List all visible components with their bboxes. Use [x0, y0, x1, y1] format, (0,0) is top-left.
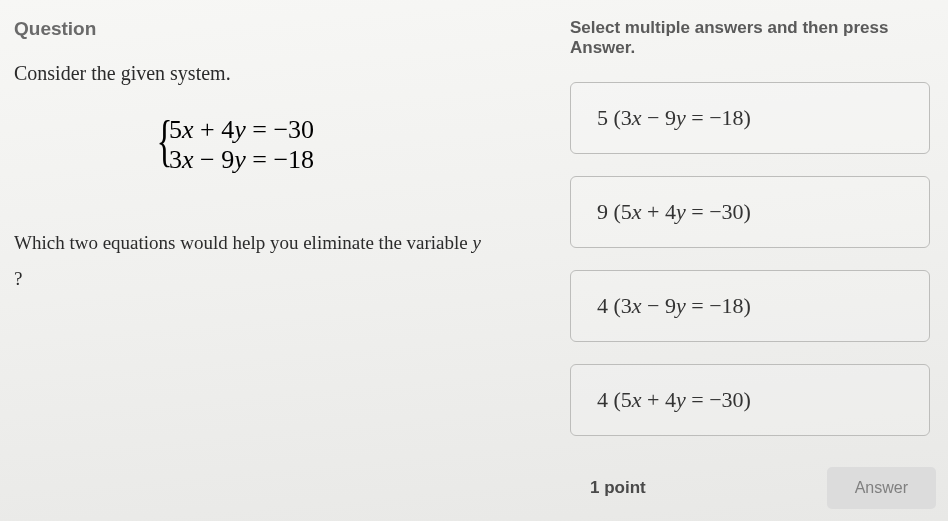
choice-4[interactable]: 4 (5x + 4y = −30) — [570, 364, 930, 436]
equation-1: 5x + 4y = −30 — [169, 115, 548, 145]
equation-system: { 5x + 4y = −30 3x − 9y = −18 — [169, 115, 548, 175]
points-label: 1 point — [590, 478, 646, 498]
brace-icon: { — [156, 109, 172, 173]
choice-2[interactable]: 9 (5x + 4y = −30) — [570, 176, 930, 248]
answer-button[interactable]: Answer — [827, 467, 936, 509]
answer-instruction: Select multiple answers and then press A… — [570, 18, 948, 58]
question-intro: Consider the given system. — [14, 62, 548, 85]
choice-1[interactable]: 5 (3x − 9y = −18) — [570, 82, 930, 154]
question-prompt: Which two equations would help you elimi… — [14, 225, 548, 297]
answer-choices: 5 (3x − 9y = −18) 9 (5x + 4y = −30) 4 (3… — [570, 82, 948, 436]
question-label: Question — [14, 18, 548, 40]
equation-2: 3x − 9y = −18 — [169, 145, 548, 175]
choice-3[interactable]: 4 (3x − 9y = −18) — [570, 270, 930, 342]
